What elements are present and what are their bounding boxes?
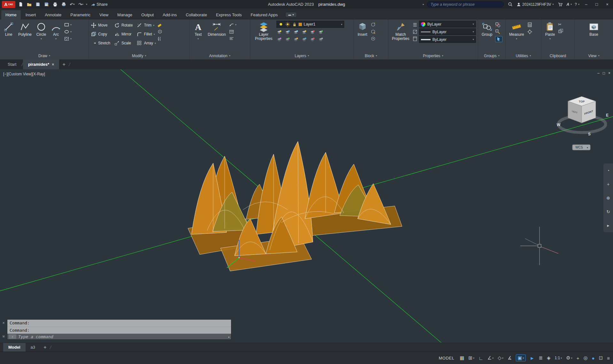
arc-dropdown-icon[interactable]: ▾ <box>55 37 57 40</box>
undo-dropdown-icon[interactable]: ▾ <box>74 3 75 6</box>
ribbon-tab-express-tools[interactable]: Express Tools <box>212 10 246 19</box>
panel-label-groups[interactable]: Groups▾ <box>478 52 505 59</box>
offset-tool[interactable] <box>157 36 163 42</box>
ribbon-tab-output[interactable]: Output <box>137 10 158 19</box>
panel-label-annotation[interactable]: Annotation▾ <box>190 52 250 59</box>
command-input[interactable] <box>18 334 226 339</box>
share-button[interactable]: Share <box>91 2 108 7</box>
new-layout-button[interactable]: + <box>40 343 50 352</box>
object-snap-tracking-icon[interactable]: ∡ <box>508 355 512 361</box>
qat-customize-icon[interactable]: ▾ <box>86 3 87 6</box>
new-file-icon[interactable] <box>17 1 24 8</box>
markup-tool[interactable] <box>229 36 237 42</box>
new-drawing-button[interactable]: + <box>59 59 69 69</box>
layer-lock-tool[interactable] <box>301 30 307 35</box>
file-tab-start[interactable]: Start <box>3 59 21 69</box>
command-close-icon[interactable]: × <box>2 321 4 325</box>
ribbon-tab-home[interactable]: Home <box>1 10 21 19</box>
annotation-scale-control[interactable]: 1:1▾ <box>555 356 562 360</box>
layout-tab-a3[interactable]: a3 <box>26 343 40 352</box>
help-search-input[interactable] <box>427 1 504 7</box>
signed-in-user[interactable]: 20241129FHF3V ▾ <box>516 2 554 7</box>
edit-block-tool[interactable] <box>370 29 376 34</box>
customization-menu-icon[interactable]: ≡ <box>607 355 610 361</box>
rectangle-tool[interactable]: ▾ <box>64 22 72 27</box>
copy-tool[interactable]: Copy <box>91 31 110 37</box>
drawing-viewport[interactable]: TOP FRONT LEFT W S E WCS ▾ [−][Custom Vi… <box>0 69 613 343</box>
grid-display-icon[interactable]: ▦ <box>460 355 464 361</box>
autodesk-app-button[interactable]: A ▾ <box>567 2 572 7</box>
group-tool[interactable]: Group <box>480 21 494 38</box>
viewcube[interactable]: TOP FRONT LEFT W S E WCS ▾ <box>557 96 609 150</box>
measure-tool[interactable]: Measure ▾ <box>508 21 526 41</box>
text-tool[interactable]: A Text ▾ <box>191 21 205 41</box>
layer-match-tool[interactable] <box>318 30 323 35</box>
ellipse-tool[interactable]: ▾ <box>64 29 72 34</box>
stretch-tool[interactable]: Stretch <box>91 40 110 46</box>
file-tab-piramides[interactable]: piramides* × <box>23 59 59 69</box>
mirror-tool[interactable]: Mirror <box>114 31 133 37</box>
fillet-tool[interactable]: Fillet▾ <box>136 31 156 37</box>
viewcube-top-label[interactable]: TOP <box>579 100 585 103</box>
linetype-dropdown[interactable]: ByLayer ▾ <box>419 28 476 35</box>
panel-label-modify[interactable]: Modify▾ <box>89 52 189 59</box>
layer-isolate-tool[interactable] <box>285 30 290 35</box>
ribbon-tab-annotate[interactable]: Annotate <box>41 10 66 19</box>
ribbon-tab-parametric[interactable]: Parametric <box>66 10 95 19</box>
fillet-dropdown-icon[interactable]: ▾ <box>154 33 155 36</box>
circle-tool[interactable]: Circle ▾ <box>35 21 48 41</box>
plot-icon[interactable] <box>60 1 67 8</box>
command-history-expand-icon[interactable]: ▴ <box>228 335 230 338</box>
lineweight-dropdown[interactable]: ByLayer ▾ <box>419 36 476 43</box>
isolate-objects-icon[interactable]: ◎ <box>584 355 588 361</box>
snap-mode-icon[interactable]: ⊞▾ <box>469 355 475 361</box>
viewcube-compass-west[interactable]: W <box>557 123 561 127</box>
object-snap-icon[interactable]: ▣▾ <box>516 354 525 361</box>
layer-walk-tool[interactable] <box>276 37 282 42</box>
zoom-icon[interactable]: ⊕ <box>606 195 610 201</box>
app-store-cart-icon[interactable] <box>557 1 564 8</box>
command-prompt-icon[interactable]: › <box>9 334 16 339</box>
wcs-dropdown-icon[interactable]: ▾ <box>587 146 588 149</box>
wcs-label[interactable]: WCS <box>575 146 583 149</box>
polar-tracking-icon[interactable]: ∠▾ <box>487 355 493 361</box>
layer-merge-tool[interactable] <box>301 37 307 42</box>
create-block-tool[interactable] <box>370 22 376 27</box>
insert-block-tool[interactable]: Insert <box>356 21 369 38</box>
hatch-tool[interactable]: ▾ <box>64 36 72 42</box>
copy-clip-tool[interactable] <box>558 28 563 34</box>
properties-palette-icon[interactable] <box>412 36 418 42</box>
clean-screen-icon[interactable]: ⊡ <box>599 355 603 361</box>
file-tab-close-icon[interactable]: × <box>52 62 54 67</box>
line-tool[interactable]: Line <box>2 21 15 38</box>
layer-off-tool[interactable] <box>310 30 315 35</box>
navigation-wheel-icon[interactable]: ◔ <box>607 168 609 173</box>
viewcube-compass-south[interactable]: S <box>588 132 591 136</box>
scale-tool[interactable]: Scale <box>114 40 133 46</box>
array-dropdown-icon[interactable]: ▾ <box>155 42 156 45</box>
dimension-tool[interactable]: Dimension <box>206 21 228 38</box>
save-icon[interactable] <box>34 1 41 8</box>
viewcube-compass-east[interactable]: E <box>606 113 609 118</box>
ungroup-tool[interactable] <box>495 22 502 27</box>
move-tool[interactable]: Move <box>91 22 110 28</box>
ortho-mode-icon[interactable]: ∟ <box>478 355 483 361</box>
lineweight-display-icon[interactable]: ≣ <box>539 355 543 361</box>
text-dropdown-icon[interactable]: ▾ <box>198 37 199 40</box>
panel-label-draw[interactable]: Draw▾ <box>0 52 89 59</box>
redo-button[interactable]: ↷▾ <box>77 1 84 8</box>
object-color-dropdown[interactable]: ByLayer ▾ <box>419 21 476 27</box>
properties-list-icon[interactable] <box>412 22 418 27</box>
showmotion-icon[interactable]: ▸ <box>607 223 609 228</box>
print-icon[interactable] <box>51 1 58 8</box>
layer-unlock-tool[interactable] <box>293 37 299 42</box>
application-menu-button[interactable]: A CAD <box>2 1 15 8</box>
table-tool[interactable] <box>229 29 237 34</box>
array-tool[interactable]: Array▾ <box>136 40 156 46</box>
ribbon-tab-addins[interactable]: Add-ins <box>159 10 181 19</box>
rotate-tool[interactable]: Rotate <box>114 22 133 28</box>
layer-delete-tool[interactable] <box>310 37 315 42</box>
redo-dropdown-icon[interactable]: ▾ <box>82 3 83 6</box>
open-file-icon[interactable] <box>26 1 33 8</box>
undo-button[interactable]: ↶▾ <box>69 1 76 8</box>
